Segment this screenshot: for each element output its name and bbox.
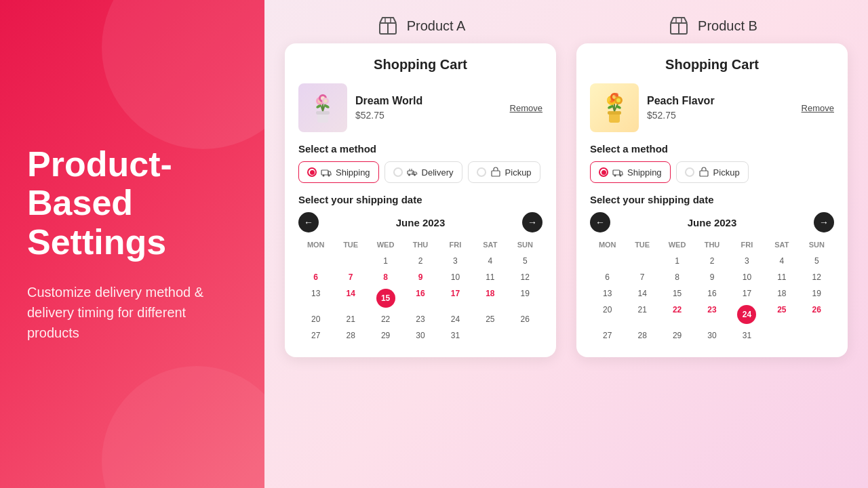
cal-19-b[interactable]: 19 xyxy=(800,285,834,302)
svg-rect-46 xyxy=(700,171,708,176)
cal-row-2-a: 6 7 8 9 10 11 12 xyxy=(298,269,542,285)
cal-12-b[interactable]: 12 xyxy=(800,269,834,285)
cal-15-b[interactable]: 15 xyxy=(660,285,694,302)
cal-14-a[interactable]: 14 xyxy=(333,285,368,311)
cal-9-b[interactable]: 9 xyxy=(694,269,729,285)
cal-header-a: MON TUE WED THU FRI SAT SUN xyxy=(298,239,542,250)
product-a-item-price: $52.75 xyxy=(355,110,502,121)
cal-15-a[interactable]: 15 xyxy=(368,285,403,311)
cal-23-b[interactable]: 23 xyxy=(694,302,729,327)
cal-22-a[interactable]: 22 xyxy=(368,311,403,327)
radio-shipping-a xyxy=(307,167,317,177)
cal-28-b[interactable]: 28 xyxy=(625,327,659,344)
cal-7-b[interactable]: 7 xyxy=(625,269,659,285)
product-b-remove[interactable]: Remove xyxy=(802,103,834,113)
cal-27-b[interactable]: 27 xyxy=(590,327,625,344)
cal-17-a[interactable]: 17 xyxy=(438,285,473,311)
svg-point-40 xyxy=(614,93,618,97)
cal-next-a[interactable]: → xyxy=(522,212,542,232)
method-pickup-a[interactable]: Pickup xyxy=(468,161,540,183)
product-b-card: Shopping Cart xyxy=(576,43,848,357)
cal-18-b[interactable]: 18 xyxy=(764,285,799,302)
method-pickup-b[interactable]: Pickup xyxy=(676,161,749,183)
cal-4-a[interactable]: 4 xyxy=(473,253,507,269)
cal-wed-b: WED xyxy=(660,239,694,250)
cal-19-a[interactable]: 19 xyxy=(508,285,542,311)
cal-7-a[interactable]: 7 xyxy=(333,269,368,285)
cal-2-a[interactable]: 2 xyxy=(403,253,437,269)
cal-27-a[interactable]: 27 xyxy=(298,327,333,344)
cal-3-b[interactable]: 3 xyxy=(730,253,764,269)
product-b-methods: Shipping Pickup xyxy=(590,161,834,183)
method-delivery-a[interactable]: Delivery xyxy=(384,161,462,183)
cal-sat-a: SAT xyxy=(473,239,507,250)
cal-10-a[interactable]: 10 xyxy=(438,269,473,285)
product-b-item-price: $52.75 xyxy=(647,110,793,121)
product-a-name: Product A xyxy=(407,18,466,34)
cal-4-b[interactable]: 4 xyxy=(764,253,799,269)
cal-26-a[interactable]: 26 xyxy=(508,311,542,327)
cal-26-b[interactable]: 26 xyxy=(800,302,834,327)
cal-25-b[interactable]: 25 xyxy=(764,302,799,327)
pickup-label-b: Pickup xyxy=(713,167,740,178)
cal-29-b[interactable]: 29 xyxy=(660,327,694,344)
svg-rect-43 xyxy=(613,170,620,175)
product-a-remove[interactable]: Remove xyxy=(510,103,542,113)
cal-16-b[interactable]: 16 xyxy=(694,285,729,302)
cal-row-1-a: 1 2 3 4 5 xyxy=(298,253,542,269)
cal-31-a[interactable]: 31 xyxy=(438,327,473,344)
cal-next-b[interactable]: → xyxy=(814,212,834,232)
cal-5-a[interactable]: 5 xyxy=(508,253,542,269)
cal-30-a[interactable]: 30 xyxy=(403,327,437,344)
cal-6-a[interactable]: 6 xyxy=(298,269,333,285)
radio-shipping-b xyxy=(599,167,608,177)
cal-13-a[interactable]: 13 xyxy=(298,285,333,311)
cal-21-a[interactable]: 21 xyxy=(333,311,368,327)
cal-24-b[interactable]: 24 xyxy=(730,302,764,327)
product-a-card: Shopping Cart xyxy=(285,43,556,357)
cal-28-a[interactable]: 28 xyxy=(333,327,368,344)
cal-20-b[interactable]: 20 xyxy=(590,302,625,327)
left-panel: Product-Based Settings Customize deliver… xyxy=(0,0,264,488)
cal-row-5-a: 27 28 29 30 31 xyxy=(298,327,542,344)
cal-23-a[interactable]: 23 xyxy=(403,311,437,327)
cal-2-b[interactable]: 2 xyxy=(694,253,729,269)
cal-8-b[interactable]: 8 xyxy=(660,269,694,285)
cal-6-b[interactable]: 6 xyxy=(590,269,625,285)
flower-b-svg xyxy=(593,86,636,129)
cal-21-b[interactable]: 21 xyxy=(625,302,659,327)
cal-24-a[interactable]: 24 xyxy=(438,311,473,327)
cal-31-b[interactable]: 31 xyxy=(730,327,764,344)
cal-29-a[interactable]: 29 xyxy=(368,327,403,344)
cal-prev-a[interactable]: ← xyxy=(298,212,319,232)
cal-8-a[interactable]: 8 xyxy=(368,269,403,285)
flower-a-svg xyxy=(301,86,344,129)
cal-10-b[interactable]: 10 xyxy=(730,269,764,285)
cal-14-b[interactable]: 14 xyxy=(625,285,659,302)
cal-9-a[interactable]: 9 xyxy=(403,269,437,285)
cal-30-b[interactable]: 30 xyxy=(694,327,729,344)
cal-5-b[interactable]: 5 xyxy=(800,253,834,269)
cal-16-a[interactable]: 16 xyxy=(403,285,437,311)
cal-13-b[interactable]: 13 xyxy=(590,285,625,302)
cal-12-a[interactable]: 12 xyxy=(508,269,542,285)
product-b-cart-title: Shopping Cart xyxy=(590,57,834,73)
cal-18-a[interactable]: 18 xyxy=(473,285,507,311)
method-shipping-a[interactable]: Shipping xyxy=(298,161,379,183)
cal-1-a[interactable]: 1 xyxy=(368,253,403,269)
cal-11-b[interactable]: 11 xyxy=(764,269,799,285)
cal-prev-b[interactable]: ← xyxy=(590,212,610,232)
cal-17-b[interactable]: 17 xyxy=(730,285,764,302)
cal-3-a[interactable]: 3 xyxy=(438,253,473,269)
cal-22-b[interactable]: 22 xyxy=(660,302,694,327)
cal-20-a[interactable]: 20 xyxy=(298,311,333,327)
cal-25-a[interactable]: 25 xyxy=(473,311,507,327)
cal-row-5-b: 27 28 29 30 31 xyxy=(590,327,834,344)
svg-rect-3 xyxy=(317,113,328,123)
cal-1-b[interactable]: 1 xyxy=(660,253,694,269)
product-b-calendar: ← June 2023 → MON TUE WED THU FRI SAT SU… xyxy=(590,212,834,344)
cal-sun-a: SUN xyxy=(508,239,542,250)
hero-subtitle: Customize delivery method & delivery tim… xyxy=(27,282,237,343)
method-shipping-b[interactable]: Shipping xyxy=(590,161,671,183)
cal-11-a[interactable]: 11 xyxy=(473,269,507,285)
